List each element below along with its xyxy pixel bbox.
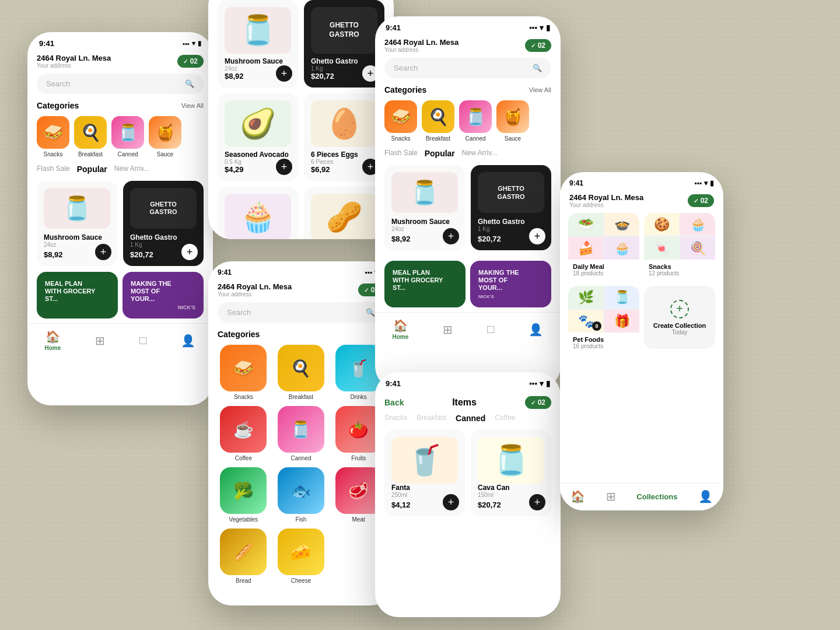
add-cava-btn-5[interactable]: +: [529, 494, 545, 510]
collections-grid-6: 🥗 🍲 🍰 🧁 Daily Meal 18 products 🍪 🧁 🍬 🍭 S…: [560, 213, 723, 360]
img-cava-5: 🫙: [478, 437, 544, 484]
collection-pet-foods-6[interactable]: 🌿 🫙 🐾 8 🎁 Pet Foods 16 products: [568, 286, 639, 354]
search-bar-3[interactable]: Search 🔍: [218, 302, 384, 323]
tab-snacks-5[interactable]: Snacks: [384, 414, 407, 423]
battery-icon-1: ▮: [198, 40, 201, 47]
cart-badge-5[interactable]: ✓ 02: [525, 396, 551, 409]
cat-sauce-4[interactable]: 🍯 Sauce: [496, 100, 529, 142]
banner-brand-4: NICK'S: [478, 294, 543, 299]
tab-new-arrivals-4[interactable]: New Arriv...: [462, 149, 497, 158]
view-all-4[interactable]: View All: [529, 86, 551, 93]
cat-coffee-3[interactable]: ☕ Coffee: [218, 406, 270, 461]
nav-grid-1[interactable]: ⊞: [95, 334, 105, 348]
home-icon-4: 🏠: [393, 318, 408, 332]
tab-new-arrivals-1[interactable]: New Arriv...: [114, 164, 149, 174]
tab-coffee-5[interactable]: Coffee: [495, 414, 515, 423]
nav-home-4[interactable]: 🏠 Home: [393, 318, 409, 340]
cat-cheese-3[interactable]: 🧀 Cheese: [275, 528, 327, 584]
cat-snacks-1[interactable]: 🥪 Snacks: [37, 116, 69, 158]
add-ghetto-btn-1[interactable]: +: [181, 244, 198, 260]
cat-snacks-icon-4: 🥪: [384, 100, 417, 133]
signal-icon-5: ▪▪▪: [529, 379, 537, 388]
tab-flash-sale-4[interactable]: Flash Sale: [384, 149, 418, 158]
add-mushroom-btn-2[interactable]: +: [276, 65, 292, 82]
nav-profile-4[interactable]: 👤: [528, 323, 543, 337]
banner-meal-plan-1[interactable]: MEAL PLANWITH GROCERYST...: [37, 272, 118, 318]
cat-sauce-1[interactable]: 🍯 Sauce: [149, 116, 181, 158]
collection-daily-meal-6[interactable]: 🥗 🍲 🍰 🧁 Daily Meal 18 products: [568, 213, 639, 281]
cart-badge-6[interactable]: ✓ 02: [688, 194, 714, 207]
address-bar-1: 2464 Royal Ln. Mesa Your address ✓ 02: [27, 51, 213, 74]
cat-canned-4[interactable]: 🫙 Canned: [459, 100, 492, 142]
product-mushroom-sauce-1: 🫙 Mushroom Sauce 24oz $8,92 +: [37, 181, 117, 266]
cat-coffee-icon-3: ☕: [220, 406, 267, 453]
cat-breakfast-label-4: Breakfast: [426, 135, 450, 142]
tab-breakfast-5[interactable]: Breakfast: [416, 414, 446, 423]
tab-popular-4[interactable]: Popular: [425, 149, 455, 158]
cat-bread-3[interactable]: 🥖 Bread: [218, 528, 270, 584]
nav-home-1[interactable]: 🏠 Home: [45, 330, 61, 351]
banner-meal-plan-4[interactable]: MEAL PLANWITH GROCERYST...: [384, 261, 466, 307]
nav-box-1[interactable]: □: [139, 334, 146, 347]
cat-breakfast-1[interactable]: 🍳 Breakfast: [74, 116, 107, 158]
cat-breakfast-4[interactable]: 🍳 Breakfast: [422, 100, 454, 142]
create-collection-date-6: Today: [672, 329, 688, 335]
banner-making-most-4[interactable]: MAKING THEMOST OFYOUR... NICK'S: [470, 261, 551, 307]
cat-vegetables-3[interactable]: 🥦 Vegetables: [218, 467, 270, 523]
add-fanta-btn-5[interactable]: +: [443, 494, 459, 510]
cat-breakfast-3[interactable]: 🍳 Breakfast: [275, 345, 327, 400]
cart-badge-4[interactable]: ✓ 02: [525, 39, 551, 52]
cart-count-1: 02: [190, 57, 198, 65]
cat-snacks-4[interactable]: 🥪 Snacks: [384, 100, 417, 142]
tab-flash-sale-1[interactable]: Flash Sale: [37, 164, 70, 174]
view-all-1[interactable]: View All: [181, 102, 204, 109]
nav-profile-1[interactable]: 👤: [181, 334, 195, 348]
nav-home-6[interactable]: 🏠: [570, 489, 585, 503]
add-mushroom-btn-1[interactable]: +: [95, 244, 111, 260]
signal-icon-4: ▪▪▪: [529, 23, 537, 32]
banner-row-4: MEAL PLANWITH GROCERYST... MAKING THEMOS…: [375, 261, 561, 307]
phone-home-screen: 9:41 ▪▪▪ ▾ ▮ 2464 Royal Ln. Mesa Your ad…: [27, 32, 213, 405]
tab-popular-1[interactable]: Popular: [77, 164, 107, 174]
profile-icon-1: 👤: [181, 334, 195, 348]
cart-check-icon-5: ✓: [531, 400, 536, 406]
cat-snacks-icon-1: 🥪: [37, 116, 69, 149]
nav-collections-6[interactable]: Collections: [636, 492, 677, 501]
phone-items: 9:41 ▪▪▪ ▾ ▮ Back Items ✓ 02 Snacks Brea…: [375, 372, 561, 617]
daily-meal-img3-6: 🍰: [568, 237, 603, 260]
add-avocado-btn-2[interactable]: +: [276, 159, 292, 175]
banner-making-most-1[interactable]: MAKING THEMOST OFYOUR... NICK'S: [123, 272, 204, 318]
cat-canned-3[interactable]: 🫙 Canned: [275, 406, 327, 461]
add-ghetto-btn-4[interactable]: +: [529, 228, 545, 244]
product-grid-4: 🫙 Mushroom Sauce 24oz $8,92 + GHETTOGAST…: [375, 165, 561, 256]
nav-grid-4[interactable]: ⊞: [443, 323, 453, 337]
cat-breakfast-label-3: Breakfast: [289, 394, 313, 400]
collection-pet-foods-count-6: 16 products: [573, 343, 635, 349]
nav-box-4[interactable]: □: [487, 323, 494, 336]
nav-profile-6[interactable]: 👤: [698, 489, 713, 503]
back-button-5[interactable]: Back: [384, 398, 404, 407]
nav-grid-6[interactable]: ⊞: [606, 489, 616, 503]
banner-meal-text-1: MEAL PLANWITH GROCERYST...: [45, 280, 110, 303]
cat-canned-icon-1: 🫙: [111, 116, 144, 149]
cart-badge-1[interactable]: ✓ 02: [177, 55, 204, 68]
time-4: 9:41: [386, 23, 401, 32]
cat-fish-3[interactable]: 🐟 Fish: [275, 467, 327, 523]
add-mushroom-btn-4[interactable]: +: [443, 228, 459, 244]
search-bar-1[interactable]: Search 🔍: [37, 74, 204, 94]
status-icons-6: ▪▪▪ ▾ ▮: [694, 179, 714, 187]
create-collection-card-6[interactable]: + Create Collection Today: [644, 286, 715, 349]
name-mushroom-4: Mushroom Sauce: [391, 218, 458, 226]
tabs-row-1: Flash Sale Popular New Arriv...: [27, 164, 213, 181]
collection-daily-meal-count-6: 18 products: [573, 270, 635, 276]
cat-snacks-3[interactable]: 🥪 Snacks: [218, 345, 270, 400]
search-bar-4[interactable]: Search 🔍: [384, 58, 551, 78]
tab-canned-5[interactable]: Canned: [456, 414, 485, 423]
status-bar-5: 9:41 ▪▪▪ ▾ ▮: [375, 372, 561, 391]
categories-header-1: Categories View All: [27, 101, 213, 116]
search-placeholder-3: Search: [227, 308, 251, 317]
categories-grid-3: 🥪 Snacks 🍳 Breakfast 🥤 Drinks ☕ Coffee 🫙…: [208, 345, 394, 528]
collection-snacks-6[interactable]: 🍪 🧁 🍬 🍭 Snacks 12 products: [644, 213, 715, 281]
cat-canned-1[interactable]: 🫙 Canned: [111, 116, 144, 158]
collection-snacks-imgs-6: 🍪 🧁 🍬 🍭: [644, 213, 715, 260]
